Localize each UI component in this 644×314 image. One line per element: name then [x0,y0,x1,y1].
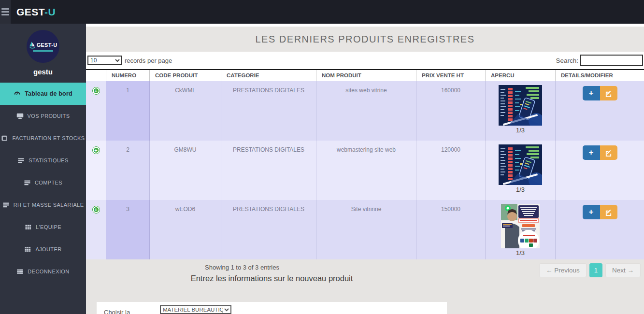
cell-prix-vente-ht: 160000 [416,81,486,141]
expand-row-icon[interactable] [92,87,100,95]
sidebar-item-label: STATISTIQUES [29,157,69,163]
table-header-row: NUMERO CODE PRODUIT CATEGORIE NOM PRODUI… [86,70,644,81]
sailboat-icon [29,41,36,49]
edit-button[interactable] [600,205,617,219]
book-icon [1,135,8,142]
sidebar-item-lequipe[interactable]: L'EQUIPE [0,216,86,238]
logo-text: GEST-U [37,42,57,48]
top-bar: GEST-U [0,0,644,24]
table-footer: Showing 1 to 3 of 3 entries ← Previous 1… [86,259,644,314]
page-title: LES DERNIERS PRODUITS ENREGISTRES [255,34,474,45]
sidebar-item-label: RH ET MASSE SALARIALE [14,202,84,208]
app-logo: GEST-U [27,30,59,63]
sidebar-item-statistiques[interactable]: STATISTIQUES [0,149,86,171]
column-header-numero: NUMERO [106,70,150,81]
table-row: 1 CkWML PRESTATIONS DIGITALES sites web … [86,81,644,141]
page-number-button[interactable]: 1 [589,263,602,277]
column-header-code-produit: CODE PRODUIT [150,70,221,81]
cell-categorie: PRESTATIONS DIGITALES [221,141,316,200]
add-button[interactable]: + [583,145,600,160]
next-page-button[interactable]: Next → [605,263,641,277]
products-table: NUMERO CODE PRODUIT CATEGORIE NOM PRODUI… [86,69,644,260]
sidebar: GEST-U gestu Tableau de bord VOS PRODUIT… [0,24,86,314]
main-content: LES DERNIERS PRODUITS ENREGISTRES 10 rec… [86,24,644,314]
cell-code-produit: GM8WU [150,141,221,200]
cell-numero: 2 [106,141,150,200]
sidebar-item-label: AJOUTER [35,246,61,252]
cell-nom-produit: Site vitrinne [316,200,416,259]
cell-code-produit: CkWML [150,81,221,141]
thumbnail-counter: 1/3 [516,186,525,193]
hamburger-menu-icon[interactable] [0,0,11,24]
sidebar-item-label: Tableau de bord [25,90,72,97]
expand-row-icon[interactable] [92,206,100,214]
cell-prix-vente-ht: 150000 [416,200,486,259]
edit-icon [605,90,612,97]
brand-primary: GEST [16,6,44,17]
flyer-thumbnail[interactable] [501,204,540,248]
cell-numero: 1 [106,81,150,141]
grid-icon [25,224,32,230]
cell-nom-produit: webmastering site web [316,141,416,200]
grid-icon [16,268,24,275]
sidebar-item-vos-produits[interactable]: VOS PRODUITS [0,105,86,127]
previous-page-button[interactable]: ← Previous [539,263,587,277]
brand-accent: -U [44,6,56,17]
records-per-page-select[interactable]: 10 [87,56,122,65]
table-row: 2 GM8WU PRESTATIONS DIGITALES webmasteri… [86,141,644,200]
new-product-form-title: Entrez les informations sur le nouveau p… [97,274,447,283]
search-input[interactable] [580,55,643,66]
edit-button[interactable] [600,145,617,160]
table-controls: 10 records per page Search: [86,54,644,69]
list-icon [24,179,31,186]
logo-tagline [33,50,53,52]
records-per-page-label: records per page [125,57,172,64]
code-screen-thumbnail[interactable] [499,85,542,126]
column-header-nom-produit: NOM PRODUIT [316,70,416,81]
plus-icon: + [589,148,594,157]
sidebar-item-ajouter[interactable]: AJOUTER [0,238,86,260]
pagination: ← Previous 1 Next → [539,263,641,277]
list-icon [2,201,10,208]
sidebar-item-tableau-de-bord[interactable]: Tableau de bord [0,83,86,105]
new-product-form-panel: Choisir la MATERIEL BUREAUTIQUE [97,302,447,314]
add-button[interactable]: + [583,205,600,219]
list-icon [17,157,25,164]
search-label: Search: [556,57,578,64]
cell-categorie: PRESTATIONS DIGITALES [221,200,316,259]
cell-code-produit: wEOD6 [150,200,221,259]
sidebar-item-rh-et-masse-salariale[interactable]: RH ET MASSE SALARIALE [0,194,86,216]
edit-icon [605,149,612,157]
table-row: 3 wEOD6 PRESTATIONS DIGITALES Site vitri… [86,200,644,259]
column-header-expand [86,70,106,81]
sidebar-nav: Tableau de bord VOS PRODUITS FACTURATION… [0,83,86,283]
dashboard-icon [14,90,21,97]
edit-button[interactable] [600,86,617,100]
sidebar-item-label: L'EQUIPE [36,224,61,230]
expand-row-icon[interactable] [92,146,100,154]
sidebar-item-facturation-et-stocks[interactable]: FACTURATION ET STOCKS [0,127,86,149]
edit-icon [605,209,612,216]
add-button[interactable]: + [583,86,600,100]
code-screen-thumbnail[interactable] [499,144,542,185]
choose-category-label: Choisir la [104,309,130,314]
category-select[interactable]: MATERIEL BUREAUTIQUE [160,305,231,314]
cell-prix-vente-ht: 120000 [416,141,486,200]
column-header-prix-vente-ht: PRIX VENTE HT [416,70,486,81]
app-brand: GEST-U [16,6,56,18]
thumbnail-counter: 1/3 [516,249,525,257]
sidebar-item-label: COMPTES [35,180,62,186]
sidebar-item-deconnexion[interactable]: DECONNEXION [0,260,86,283]
column-header-details-modifier: DETAILS/MODIFIER [556,70,644,81]
grid-icon [24,246,31,253]
column-header-categorie: CATEGORIE [221,70,316,81]
sidebar-item-comptes[interactable]: COMPTES [0,171,86,194]
sidebar-item-label: DECONNEXION [28,269,69,274]
cell-nom-produit: sites web vitrine [316,81,416,141]
monitor-icon [16,113,24,119]
cell-numero: 3 [106,200,150,259]
cell-categorie: PRESTATIONS DIGITALES [221,81,316,141]
new-product-section: Entrez les informations sur le nouveau p… [97,259,447,314]
username: gestu [0,68,86,76]
column-header-apercu: APERCU [486,70,556,81]
